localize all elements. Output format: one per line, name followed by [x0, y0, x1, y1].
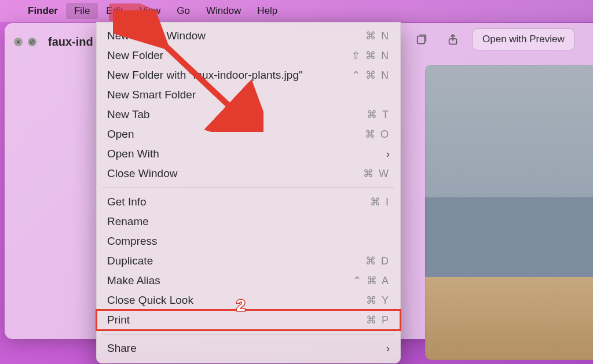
menubar-item-file[interactable]: File — [66, 3, 98, 19]
annotation-number-2: 2 — [236, 296, 246, 315]
open-in-new-window-button[interactable] — [410, 28, 433, 51]
menu-item-get-info[interactable]: Get Info⌘ I — [97, 192, 400, 212]
menu-item-open-with[interactable]: Open With› — [97, 144, 400, 164]
chevron-right-icon: › — [386, 343, 390, 355]
menu-item-new-folder[interactable]: New Folder⇧ ⌘ N — [97, 46, 400, 65]
chevron-right-icon: › — [386, 148, 390, 160]
menu-item-compress[interactable]: Compress — [97, 231, 400, 251]
menu-item-new-smart-folder[interactable]: New Smart Folder — [97, 85, 400, 105]
menu-item-new-finder-window[interactable]: New Finder Window⌘ N — [97, 26, 400, 46]
file-menu-dropdown: New Finder Window⌘ N New Folder⇧ ⌘ N New… — [96, 22, 401, 363]
menu-item-duplicate[interactable]: Duplicate⌘ D — [97, 251, 400, 271]
menubar-item-help[interactable]: Help — [249, 3, 285, 19]
close-icon — [16, 39, 21, 45]
external-window-icon — [415, 33, 428, 46]
menu-item-close-quick-look[interactable]: Close Quick Look⌘ Y — [97, 291, 400, 310]
share-icon — [446, 33, 459, 46]
menu-item-share[interactable]: Share› — [97, 339, 400, 358]
close-window-button[interactable] — [14, 38, 23, 46]
menubar-app[interactable]: Finder — [20, 3, 66, 19]
menu-item-rename[interactable]: Rename — [97, 212, 400, 231]
window-title: faux-ind — [48, 35, 93, 49]
menubar-item-window[interactable]: Window — [198, 3, 249, 19]
menu-separator — [103, 334, 394, 334]
menu-item-close-window[interactable]: Close Window⌘ W — [97, 164, 400, 183]
menubar: Finder File Edit View Go Window Help — [0, 0, 593, 22]
no-entry-icon — [30, 39, 35, 45]
toolbar-right: Open with Preview — [410, 28, 586, 51]
minimize-window-button[interactable] — [28, 38, 36, 46]
traffic-lights — [14, 38, 36, 46]
quicklook-preview — [425, 65, 593, 360]
menubar-item-go[interactable]: Go — [169, 3, 198, 19]
share-button[interactable] — [441, 28, 464, 51]
menu-item-new-folder-with-selection[interactable]: New Folder with "faux-indoor-plants.jpg"… — [97, 65, 400, 85]
menubar-item-edit[interactable]: Edit — [98, 3, 131, 19]
menu-item-make-alias[interactable]: Make Alias⌃ ⌘ A — [97, 271, 400, 291]
open-with-preview-button[interactable]: Open with Preview — [473, 28, 574, 50]
menubar-item-view[interactable]: View — [131, 3, 169, 19]
menu-item-new-tab[interactable]: New Tab⌘ T — [97, 105, 400, 124]
menu-item-open[interactable]: Open⌘ O — [97, 124, 400, 144]
menu-separator — [103, 187, 394, 188]
svg-rect-1 — [418, 36, 425, 44]
menu-item-print[interactable]: Print⌘ P — [97, 310, 400, 330]
annotation-number-1: 1 — [239, 109, 248, 127]
